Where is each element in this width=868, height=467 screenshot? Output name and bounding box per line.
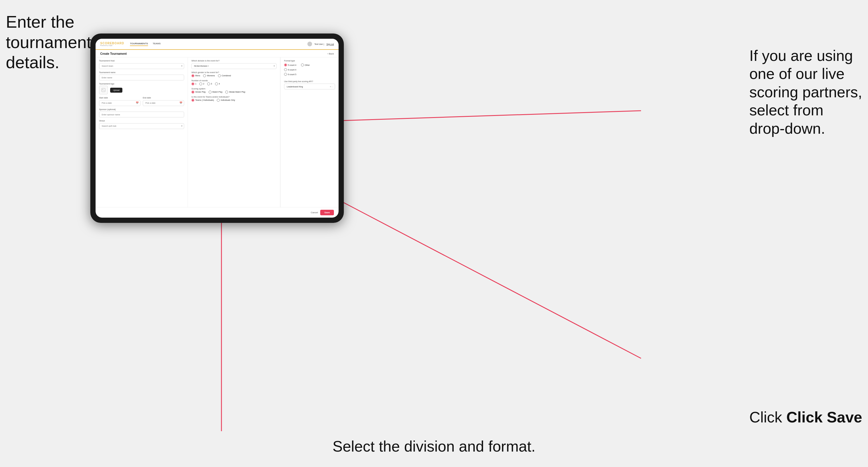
rounds-3[interactable]: 3 (207, 83, 212, 85)
back-button[interactable]: ‹ Back (327, 53, 334, 55)
tablet-device: SCOREBOARD Powered by Clippit TOURNAMENT… (90, 33, 344, 223)
tournament-host-label: Tournament Host (99, 60, 184, 62)
end-date-group: End date 📅 (143, 97, 184, 106)
scoring-match[interactable]: Match Play (209, 91, 223, 94)
sponsor-label: Sponsor (optional) (99, 108, 184, 111)
dates-group: Start date 📅 End date 📅 (99, 97, 184, 106)
event-teams[interactable]: Teams (+Individuals) (191, 99, 214, 102)
nav-user-text: Test User | (314, 43, 324, 45)
annotation-division-format: Select the division and format. (333, 437, 535, 455)
scoring-stroke[interactable]: Stroke Play (191, 91, 206, 94)
rounds-4[interactable]: 4 (215, 83, 220, 85)
division-select-wrapper: NCAA Division I NCAA Division II NCAA Di… (191, 63, 277, 69)
calendar-icon-2: 📅 (180, 101, 182, 104)
brand-title: SCOREBOARD (100, 42, 124, 45)
form-col-3: Format type 5 count 4 6 count 4 (280, 57, 339, 207)
search-icon: ▾ (181, 64, 182, 67)
start-date-label: Start date (99, 97, 141, 99)
live-scoring-clear[interactable]: × : (330, 85, 333, 88)
event-type-radio-group: Teams (+Individuals) Individuals Only (191, 99, 277, 102)
division-group: Which division is the event for? NCAA Di… (191, 60, 277, 69)
svg-line-3 (332, 111, 641, 121)
logo-area: Upload (99, 86, 184, 94)
venue-label: Venue (99, 120, 184, 122)
gender-mens[interactable]: Mens (191, 74, 200, 77)
scoring-group: Scoring system Stroke Play Match Play (191, 88, 277, 94)
division-label: Which division is the event for? (191, 60, 277, 62)
format-col-left: 5 count 4 6 count 4 6 count 5 (284, 63, 296, 76)
format-options: 5 count 4 6 count 4 6 count 5 (284, 63, 335, 76)
rounds-1[interactable]: 1 (191, 83, 196, 85)
cancel-button[interactable]: Cancel (311, 210, 318, 215)
form-col-1: Tournament Host ▾ Tournament name Tourna… (96, 57, 188, 207)
nav-signout[interactable]: Sign out (326, 43, 334, 45)
brand-sub: Powered by Clippit (100, 45, 124, 46)
brand: SCOREBOARD Powered by Clippit (100, 42, 124, 46)
format-6count5[interactable]: 6 count 5 (284, 73, 296, 76)
end-date-input[interactable] (143, 100, 184, 106)
tournament-host-group: Tournament Host ▾ (99, 60, 184, 69)
gender-combined[interactable]: Combined (218, 74, 231, 77)
sponsor-group: Sponsor (optional) (99, 108, 184, 118)
tournament-host-input[interactable] (99, 63, 184, 69)
nav-tournaments[interactable]: TOURNAMENTS (130, 42, 148, 46)
scoring-label: Scoring system (191, 88, 277, 90)
end-date-wrapper: 📅 (143, 100, 184, 106)
save-button[interactable]: Save (320, 210, 334, 215)
gender-womens[interactable]: Womens (203, 74, 215, 77)
sponsor-input[interactable] (99, 112, 184, 117)
start-date-wrapper: 📅 (99, 100, 141, 106)
live-scoring-group: Use third-party live scoring API? Leader… (284, 81, 335, 89)
tablet-screen: SCOREBOARD Powered by Clippit TOURNAMENT… (96, 39, 339, 218)
live-scoring-input[interactable]: Leaderboard King × : (284, 84, 335, 89)
page-header: Create Tournament ‹ Back (96, 50, 339, 57)
format-col-right: Other (301, 63, 310, 76)
division-select[interactable]: NCAA Division I NCAA Division II NCAA Di… (191, 63, 277, 69)
format-other[interactable]: Other (301, 63, 310, 66)
logo-placeholder (99, 86, 108, 94)
gender-group: Which gender is the event for? Mens Wome… (191, 71, 277, 77)
format-type-label: Format type (284, 60, 335, 62)
annotation-live-scoring: If you are using one of our live scoring… (749, 46, 862, 137)
live-scoring-value: Leaderboard King (287, 86, 303, 88)
calendar-icon: 📅 (136, 101, 139, 104)
form-col-2: Which division is the event for? NCAA Di… (188, 57, 280, 207)
rounds-label: Number of rounds (191, 80, 277, 82)
annotation-click-save: Click Click Save (749, 408, 862, 426)
event-type-label: Is this event for Teams and/or Individua… (191, 96, 277, 98)
venue-group: Venue ▾ (99, 120, 184, 129)
end-date-label: End date (143, 97, 184, 99)
tournament-name-input[interactable] (99, 74, 184, 81)
tournament-host-wrapper: ▾ (99, 63, 184, 69)
date-row: Start date 📅 End date 📅 (99, 97, 184, 106)
form-footer: Cancel Save (96, 207, 339, 218)
tournament-logo-group: Tournament logo Upload (99, 83, 184, 94)
nav-links: TOURNAMENTS TEAMS (130, 42, 160, 46)
tournament-name-label: Tournament name (99, 71, 184, 73)
form-area: Tournament Host ▾ Tournament name Tourna… (96, 57, 339, 207)
format-5count4[interactable]: 5 count 4 (284, 63, 296, 66)
gender-label: Which gender is the event for? (191, 71, 277, 73)
event-individuals[interactable]: Individuals Only (217, 99, 235, 102)
start-date-group: Start date 📅 (99, 97, 141, 106)
format-6count4[interactable]: 6 count 4 (284, 68, 296, 71)
tournament-logo-label: Tournament logo (99, 83, 184, 85)
venue-input[interactable] (99, 123, 184, 129)
rounds-radio-group: 1 2 3 4 (191, 83, 277, 85)
rounds-2[interactable]: 2 (199, 83, 204, 85)
nav-teams[interactable]: TEAMS (153, 42, 161, 46)
live-scoring-label: Use third-party live scoring API? (284, 81, 335, 83)
upload-button[interactable]: Upload (110, 88, 122, 93)
gender-radio-group: Mens Womens Combined (191, 74, 277, 77)
annotation-enter-details: Enter the tournament details. (6, 12, 91, 72)
start-date-input[interactable] (99, 100, 141, 106)
scoring-medal-match[interactable]: Medal Match Play (225, 91, 245, 94)
rounds-group: Number of rounds 1 2 3 (191, 80, 277, 85)
nav-right: Test User | Sign out (307, 42, 334, 46)
dropdown-icon: ▾ (181, 124, 182, 127)
svg-line-5 (335, 198, 641, 358)
user-avatar (307, 42, 312, 46)
scoring-radio-group: Stroke Play Match Play Medal Match Play (191, 91, 277, 94)
venue-wrapper: ▾ (99, 123, 184, 129)
event-type-group: Is this event for Teams and/or Individua… (191, 96, 277, 102)
